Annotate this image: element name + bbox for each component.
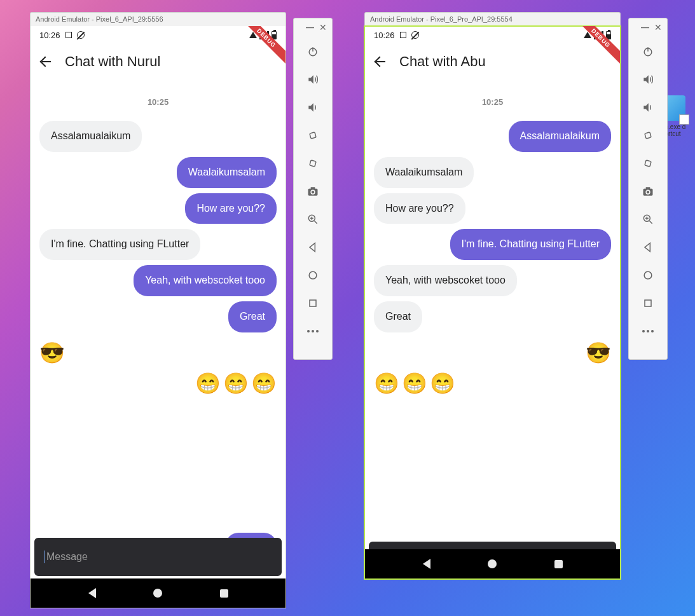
rotate-right-button[interactable] [629, 149, 667, 177]
window-title: Android Emulator - Pixel_6_Pro_API_29:55… [370, 15, 513, 23]
chat-scroll-area[interactable]: 10:25 AssalamualaikumWaalaikumsalamHow a… [31, 79, 286, 545]
power-button[interactable] [294, 38, 332, 65]
android-navbar [31, 578, 286, 608]
phone-screen: 10:26 DEBUG Chat with Nurul 10:25 Assala… [30, 26, 286, 608]
sent-message-bubble[interactable]: I'm fine. Chatting using FLutter [450, 229, 611, 260]
more-button[interactable] [629, 317, 667, 345]
rotate-left-button[interactable] [294, 121, 332, 149]
svg-rect-6 [311, 187, 315, 189]
emulator-window-left: Android Emulator - Pixel_6_API_29:5556 1… [30, 12, 286, 608]
svg-rect-15 [645, 132, 651, 139]
volume-down-button[interactable] [294, 93, 332, 121]
message-row: Waalaikumsalam [374, 157, 611, 188]
message-row: Waalaikumsalam [39, 157, 277, 188]
chat-timestamp: 10:25 [374, 97, 611, 107]
close-button[interactable]: ✕ [319, 22, 327, 32]
received-message-bubble[interactable]: Waalaikumsalam [374, 157, 474, 188]
home-button[interactable] [294, 261, 332, 289]
back-button[interactable] [629, 233, 667, 261]
nav-home-icon[interactable] [488, 559, 497, 568]
svg-line-8 [315, 221, 317, 224]
svg-rect-17 [643, 189, 653, 196]
message-row: I'm fine. Chatting using FLutter [374, 229, 611, 260]
back-icon[interactable] [39, 55, 52, 68]
message-row: Assalamualaikum [374, 121, 611, 152]
nav-back-icon[interactable] [423, 559, 430, 569]
message-row: Great [39, 301, 277, 332]
overview-button[interactable] [294, 289, 332, 317]
power-button[interactable] [629, 38, 667, 65]
svg-rect-12 [310, 300, 316, 306]
signal-icon [594, 31, 603, 39]
received-message-bubble[interactable]: Yeah, with webscoket tooo [374, 265, 517, 296]
message-input[interactable] [46, 551, 272, 563]
back-button[interactable] [294, 233, 332, 261]
emoji-icon: 😁 [195, 373, 221, 394]
sent-message-bubble[interactable]: How are you?? [185, 193, 277, 224]
zoom-button[interactable] [629, 205, 667, 233]
message-row: I'm fine. Chatting using FLutter [39, 229, 277, 260]
phone-screen: 10:26 DEBUG Chat with Abu 10:25 Assalamu… [364, 26, 621, 579]
wifi-icon [249, 32, 257, 38]
sdcard-icon [400, 32, 406, 38]
volume-up-button[interactable] [629, 65, 667, 93]
emulator-window-right: Android Emulator - Pixel_6_Pro_API_29:55… [364, 12, 621, 579]
text-cursor [45, 551, 45, 563]
camera-button[interactable] [294, 177, 332, 205]
message-input-bar[interactable] [34, 538, 282, 576]
home-button[interactable] [629, 261, 667, 289]
nav-home-icon[interactable] [153, 589, 162, 598]
window-titlebar[interactable]: Android Emulator - Pixel_6_API_29:5556 [30, 12, 286, 26]
no-location-icon [411, 31, 419, 39]
close-button[interactable]: ✕ [654, 22, 662, 32]
android-navbar [365, 549, 620, 578]
rotate-left-button[interactable] [629, 121, 667, 149]
svg-line-21 [650, 221, 652, 224]
svg-point-11 [309, 271, 317, 279]
status-time: 10:26 [39, 31, 60, 40]
status-time: 10:26 [374, 31, 395, 40]
rotate-right-button[interactable] [294, 149, 332, 177]
window-title: Android Emulator - Pixel_6_API_29:5556 [36, 15, 163, 23]
more-button[interactable] [294, 317, 332, 345]
sent-message-bubble[interactable]: Great [228, 301, 277, 332]
chat-scroll-area[interactable]: 10:25 AssalamualaikumWaalaikumsalamHow a… [365, 79, 620, 545]
minimize-button[interactable]: — [641, 22, 649, 32]
received-message-bubble[interactable]: Assalamualaikum [39, 121, 142, 152]
overview-button[interactable] [629, 289, 667, 317]
back-icon[interactable] [374, 55, 387, 68]
svg-rect-4 [308, 189, 318, 196]
nav-recent-icon[interactable] [554, 560, 563, 568]
nav-recent-icon[interactable] [220, 589, 228, 598]
received-message-bubble[interactable]: I'm fine. Chatting using FLutter [39, 229, 200, 260]
app-bar: Chat with Nurul [31, 44, 286, 79]
sdcard-icon [65, 32, 72, 38]
status-bar: 10:26 [31, 26, 286, 44]
message-row: How are you?? [374, 193, 611, 224]
volume-down-button[interactable] [629, 93, 667, 121]
emoji-icon: 😁 [374, 373, 399, 394]
sent-message-bubble[interactable]: Waalaikumsalam [177, 157, 277, 188]
status-bar: 10:26 [365, 26, 620, 44]
emoji-message-row: 😎 [39, 343, 277, 363]
emoji-message-row: 😁😁😁 [374, 373, 611, 394]
svg-rect-16 [645, 160, 651, 167]
nav-back-icon[interactable] [88, 588, 96, 598]
received-message-bubble[interactable]: How are you?? [374, 193, 465, 224]
chat-timestamp: 10:25 [39, 97, 277, 107]
camera-button[interactable] [629, 177, 667, 205]
window-titlebar[interactable]: Android Emulator - Pixel_6_Pro_API_29:55… [364, 12, 621, 26]
received-message-bubble[interactable]: Great [374, 301, 422, 332]
battery-icon [606, 31, 611, 39]
svg-rect-2 [310, 132, 316, 139]
minimize-button[interactable]: — [306, 22, 314, 32]
sent-message-bubble[interactable]: Assalamualaikum [509, 121, 611, 152]
svg-point-24 [644, 271, 652, 279]
volume-up-button[interactable] [294, 65, 332, 93]
zoom-button[interactable] [294, 205, 332, 233]
message-row: Yeah, with webscoket tooo [39, 265, 277, 296]
svg-rect-3 [310, 160, 316, 167]
svg-rect-19 [646, 187, 650, 189]
message-row: Assalamualaikum [39, 121, 277, 152]
sent-message-bubble[interactable]: Yeah, with webscoket tooo [134, 265, 277, 296]
